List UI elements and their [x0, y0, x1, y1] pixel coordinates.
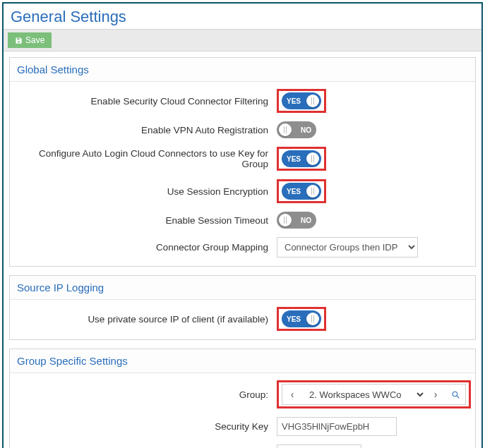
toggle-enable-filtering[interactable]: YES [282, 92, 321, 109]
panel-global-settings: Global Settings Enable Security Cloud Co… [9, 57, 476, 267]
panel-group-specific: Group Specific Settings Group: ‹ 2. Work… [9, 349, 476, 448]
toggle-knob-icon [306, 152, 319, 165]
toolbar: Save [4, 29, 481, 52]
label-enable-filtering: Enable Security Cloud Connector Filterin… [16, 96, 277, 107]
save-icon [15, 37, 23, 44]
toggle-knob-icon [279, 123, 292, 136]
label-enable-vpn: Enable VPN Auto Registration [16, 125, 277, 135]
panel-header-global: Global Settings [10, 58, 475, 82]
svg-point-0 [453, 392, 457, 396]
chevron-left-icon: ‹ [291, 389, 294, 400]
select-connector-mapping[interactable]: Connector Groups then IDP [277, 237, 418, 258]
label-auto-login-key: Configure Auto Login Cloud Connectors to… [16, 148, 277, 169]
label-security-key: Security Key [16, 421, 277, 432]
panel-header-source-ip: Source IP Logging [10, 276, 475, 300]
toggle-knob-icon [306, 185, 319, 198]
toggle-private-ip[interactable]: YES [282, 310, 321, 327]
label-connector-mapping: Connector Group Mapping [16, 242, 277, 253]
group-selector: ‹ 2. Workspaces WWCo › [282, 384, 466, 405]
toggle-label: YES [287, 155, 301, 163]
svg-line-1 [457, 396, 459, 398]
select-group[interactable]: 2. Workspaces WWCo [302, 385, 426, 404]
highlight-group-selector: ‹ 2. Workspaces WWCo › [277, 380, 471, 408]
chevron-right-icon: › [434, 389, 438, 400]
label-private-ip: Use private source IP of client (if avai… [16, 314, 277, 325]
highlight-session-encryption: YES [277, 179, 326, 203]
toggle-label: YES [287, 315, 301, 323]
save-button-label: Save [25, 35, 44, 45]
toggle-knob-icon [306, 313, 319, 325]
group-search-button[interactable] [445, 385, 465, 404]
panel-header-group-specific: Group Specific Settings [10, 349, 475, 373]
toggle-knob-icon [279, 214, 292, 226]
page-title: General Settings [4, 4, 481, 29]
toggle-label: NO [301, 126, 311, 134]
toggle-auto-login-key[interactable]: YES [282, 150, 321, 167]
label-session-encryption: Use Session Encryption [16, 186, 277, 197]
toggle-knob-icon [306, 95, 319, 107]
toggle-label: NO [301, 217, 311, 224]
search-icon [451, 390, 460, 399]
highlight-auto-login-key: YES [277, 147, 326, 171]
highlight-private-ip: YES [277, 307, 326, 331]
highlight-enable-filtering: YES [277, 89, 326, 113]
toggle-label: YES [287, 188, 301, 195]
toggle-enable-vpn[interactable]: NO [277, 121, 316, 138]
toggle-session-encryption[interactable]: YES [282, 183, 321, 200]
input-security-key[interactable] [277, 417, 397, 436]
select-extract-ldap[interactable]: None [277, 444, 361, 448]
save-button[interactable]: Save [8, 32, 52, 48]
label-session-timeout: Enable Session Timeout [16, 215, 277, 226]
label-group: Group: [16, 389, 277, 400]
toggle-label: YES [287, 97, 301, 105]
group-prev-button[interactable]: ‹ [282, 385, 302, 404]
panel-source-ip-logging: Source IP Logging Use private source IP … [9, 275, 476, 340]
toggle-session-timeout[interactable]: NO [277, 212, 316, 229]
group-next-button[interactable]: › [426, 385, 445, 404]
